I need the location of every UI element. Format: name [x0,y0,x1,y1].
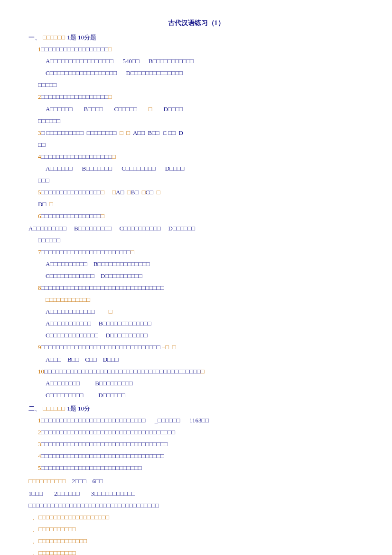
section1: 一、 □□□□□□ 1题 10分题 1□□□□□□□□□□□□□□□□□□□ A… [28,32,364,401]
section2-score: 1题 10分 [67,403,90,414]
question-1: 1□□□□□□□□□□□□□□□□□□□ A□□□□□□□□□□□□□□□□□ … [28,44,364,90]
question-4: 4□□□□□□□□□□□□□□□□□□□□ A□□□□□□B□□□□□□□C□□… [28,152,364,186]
question-8: 8□□□□□□□□□□□□□□□□□□□□□□□□□□□□□□□□□ □□□□□… [28,283,364,341]
question-10: 10□□□□□□□□□□□□□□□□□□□□□□□□□□□□□□□□□□□□□□… [28,366,364,401]
section1-type: □□□□□□ [43,32,65,43]
question-6: 6□□□□□□□□□□□□□□□□□ A□□□□□□□□□B□□□□□□□□□C… [28,211,364,245]
question-2: 2□□□□□□□□□□□□□□□□□□□ A□□□□□□B□□□□C□□□□□□… [28,92,364,126]
question-5: 5□□□□□□□□□□□□□□□□□ □A□ □B□ □C□ □ D□ □ [28,187,364,210]
section2-label: 二、 [28,403,41,414]
section3: □□□□□□□□□□ 2□□□ 6□□ 1□□□2□□□□□□3□□□□□□□□… [28,476,364,555]
question-7: 7□□□□□□□□□□□□□□□□□□□□□□□□□ A□□□□□□□□□□ B… [28,247,364,281]
section1-score: 1题 10分题 [67,32,96,43]
question-9: 9□□□□□□□□□□□□□□□□□□□□□□□□□□□□□□□□ −□ □ A… [28,342,364,364]
page-title: 古代汉语练习（1） [28,19,364,28]
section1-label: 一、 [28,32,41,43]
section2-type: □□□□□□ [43,403,65,414]
section2: 二、 □□□□□□ 1题 10分 1□□□□□□□□□□□□□□□□□□□□□□… [28,403,364,474]
question-3: 3□ □□□□□□□□□□ □□□□□□□□ □ □ A□□ B□□ C □□ … [28,128,364,150]
